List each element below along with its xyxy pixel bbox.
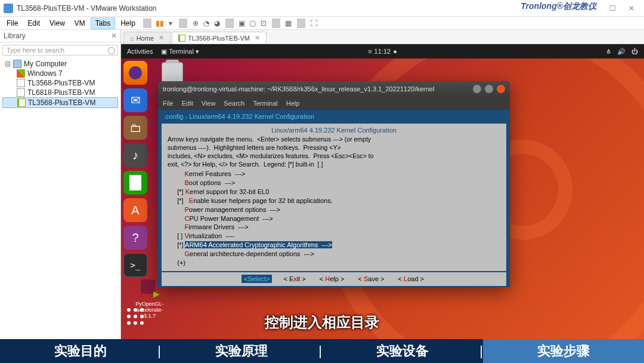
tab-close-icon[interactable]: ✕ [255, 34, 260, 42]
vm-icon [17, 88, 25, 97]
load-button[interactable]: < Load > [396, 275, 426, 283]
menu-item[interactable]: CPU Power Management ---> [170, 214, 498, 223]
twisty-icon[interactable]: ⊟ [5, 60, 11, 68]
term-maximize-icon[interactable] [485, 85, 493, 93]
terminal-title: tronlong@tronlong-virtual-machine: ~/RK3… [163, 85, 434, 93]
ubuntu-topbar: Activities ▣ Terminal ▾ ≡ 11:12 ● ⋔ 🔊 ⏻ [121, 44, 644, 59]
term-menu-edit[interactable]: Edit [182, 100, 193, 107]
library-icon[interactable]: ▦ [284, 19, 293, 28]
tree-item-label: TL3568-PlusTEB-VM [27, 79, 95, 87]
menu-file[interactable]: File [2, 18, 22, 29]
send-ctrl-alt-del-icon[interactable]: ⊕ [191, 19, 200, 28]
maximize-button[interactable]: ☐ [603, 4, 621, 13]
config-menu[interactable]: Kernel Features ---> Boot options ---> [… [164, 168, 504, 268]
fullscreen-icon[interactable]: ▣ [237, 19, 247, 28]
stretch-icon[interactable]: ⛶ [309, 19, 318, 28]
files-icon[interactable]: 🗀 [123, 116, 147, 140]
menu-edit[interactable]: Edit [23, 18, 44, 29]
video-subtitle: 控制进入相应目录 [265, 313, 379, 332]
unity-icon[interactable]: ▢ [248, 19, 258, 28]
menubar: File Edit View VM Tabs Help ▮▮ ▾ ⊕ ◔ ◕ ▣… [0, 17, 644, 30]
menu-item[interactable]: Power management options ---> [170, 205, 498, 214]
console-icon[interactable]: ⊡ [259, 19, 268, 28]
volume-icon[interactable]: 🔊 [617, 48, 626, 56]
term-close-icon[interactable] [497, 85, 505, 93]
tree-item-vm[interactable]: TL6818-PlusTEB-VM [2, 88, 118, 97]
firefox-icon[interactable] [123, 61, 147, 85]
help-button[interactable]: < Help > [317, 275, 347, 283]
vm-running-icon [178, 35, 185, 42]
vmware-icon [4, 4, 13, 13]
menu-item[interactable]: [*] ARM64 Accelerated Cryptographic Algo… [170, 241, 498, 250]
menu-item[interactable]: [*] Kernel support for 32-bit EL0 [170, 187, 498, 196]
clock[interactable]: ≡ 11:12 ● [368, 48, 397, 55]
tab-home[interactable]: ⌂ Home ✕ [123, 32, 171, 44]
separator [297, 19, 305, 28]
menu-help[interactable]: Help [116, 18, 140, 29]
tree-root-label: My Computer [24, 60, 67, 68]
tree-item-label: TL6818-PlusTEB-VM [27, 88, 95, 97]
network-icon[interactable]: ⋔ [606, 48, 611, 56]
tab-close-icon[interactable]: ✕ [159, 34, 164, 42]
menu-tabs[interactable]: Tabs [91, 17, 115, 29]
save-button[interactable]: < Save > [355, 275, 386, 283]
lesson-tab-purpose[interactable]: 实验目的 [0, 339, 161, 363]
menu-item[interactable]: [ ] Virtualization ---- [170, 232, 498, 241]
dropdown-icon[interactable]: ▾ [166, 19, 175, 28]
terminal-menu[interactable]: ▣ Terminal ▾ [161, 48, 199, 56]
libreoffice-icon[interactable] [123, 171, 147, 195]
snapshot-manager-icon[interactable]: ◕ [212, 19, 222, 28]
terminal-titlebar[interactable]: tronlong@tronlong-virtual-machine: ~/RK3… [158, 81, 510, 97]
activities-button[interactable]: Activities [127, 48, 153, 55]
term-menu-view[interactable]: View [202, 100, 216, 107]
sidebar-title: Library [4, 32, 26, 40]
separator [143, 19, 151, 28]
close-button[interactable]: ✕ [623, 4, 640, 13]
thunderbird-icon[interactable]: ✉ [123, 88, 147, 112]
window-titlebar: TL3568-PlusTEB-VM - VMware Workstation T… [0, 0, 644, 17]
lesson-tab-principle[interactable]: 实验原理 [161, 339, 322, 363]
terminal-body[interactable]: .config - Linux/arm64 4.19.232 Kernel Co… [158, 110, 510, 287]
tree-item-label: TL3568-PlusTEB-VM [28, 99, 95, 107]
system-tray[interactable]: ⋔ 🔊 ⏻ [606, 48, 638, 56]
tab-vm[interactable]: TL3568-PlusTEB-VM ✕ [172, 32, 267, 44]
menu-item[interactable]: (+) [170, 259, 498, 267]
menu-item[interactable]: Kernel Features ---> [170, 170, 498, 179]
term-menu-help[interactable]: Help [286, 100, 300, 107]
term-menu-terminal[interactable]: Terminal [253, 100, 278, 107]
config-help: Arrow keys navigate the menu. <Enter> se… [164, 135, 504, 169]
vm-desktop[interactable]: Activities ▣ Terminal ▾ ≡ 11:12 ● ⋔ 🔊 ⏻ … [121, 44, 644, 363]
separator [225, 19, 234, 28]
tree-item-vm-active[interactable]: TL3568-PlusTEB-VM [2, 97, 118, 108]
help-icon[interactable]: ? [123, 226, 147, 250]
term-menu-file[interactable]: File [163, 100, 174, 107]
config-buttons: <Select> < Exit > < Help > < Save > < Lo… [162, 272, 506, 286]
menu-view[interactable]: View [45, 18, 69, 29]
term-minimize-icon[interactable] [473, 85, 481, 93]
sidebar-close-icon[interactable]: ✕ [111, 32, 117, 40]
pause-icon[interactable]: ▮▮ [155, 19, 165, 28]
tree-root[interactable]: ⊟ My Computer [2, 59, 118, 69]
config-title: Linux/arm64 4.19.232 Kernel Configuratio… [164, 126, 504, 135]
exit-button[interactable]: < Exit > [281, 275, 308, 283]
power-icon[interactable]: ⏻ [631, 48, 638, 56]
lesson-tab-equipment[interactable]: 实验设备 [322, 339, 483, 363]
menu-item[interactable]: [*] Enable kuser helpers page for 32 bit… [170, 196, 498, 205]
software-icon[interactable]: A [123, 198, 147, 222]
rhythmbox-icon[interactable]: ♪ [123, 143, 147, 167]
windows-icon [17, 69, 25, 78]
terminal-window[interactable]: tronlong@tronlong-virtual-machine: ~/RK3… [158, 81, 510, 287]
tree-item-vm[interactable]: TL3568-PlusTEB-VM [2, 78, 118, 88]
snapshot-icon[interactable]: ◔ [202, 19, 211, 28]
terminal-icon[interactable] [123, 253, 147, 277]
tree-item-windows7[interactable]: Windows 7 [2, 69, 118, 78]
term-menu-search[interactable]: Search [224, 100, 244, 107]
lesson-tab-steps[interactable]: 实验步骤 [483, 339, 644, 363]
search-input[interactable]: Type here to search [2, 45, 118, 56]
computer-icon [13, 60, 21, 68]
menu-item[interactable]: Firmware Drivers ---> [170, 223, 498, 232]
menu-vm[interactable]: VM [70, 18, 89, 29]
menu-item[interactable]: General architecture-dependent options -… [170, 250, 498, 259]
menu-item[interactable]: Boot options ---> [170, 179, 498, 187]
select-button[interactable]: <Select> [242, 275, 272, 283]
